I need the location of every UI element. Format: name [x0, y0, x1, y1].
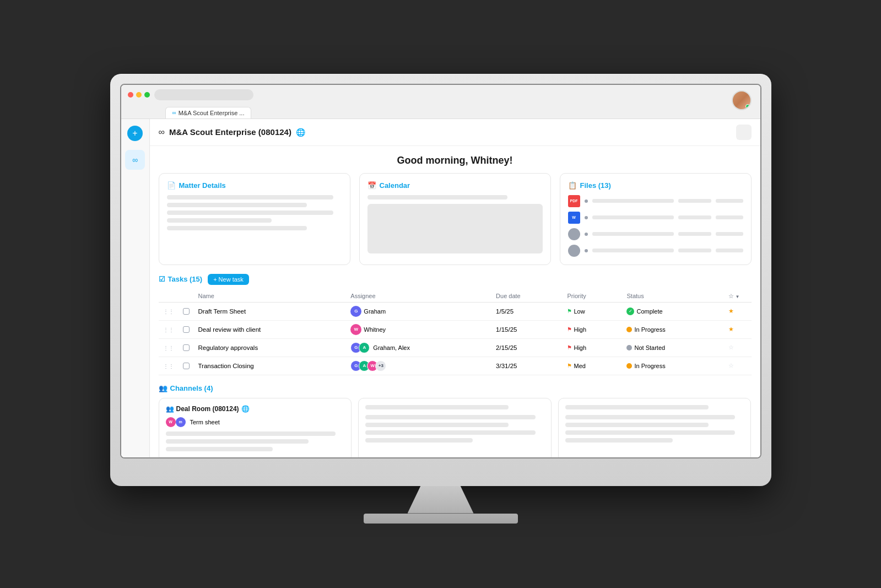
task-checkbox-3[interactable] [183, 344, 190, 351]
task-checkbox-2[interactable] [183, 326, 190, 333]
flag-icon-med: ⚑ [567, 363, 572, 369]
active-tab[interactable]: ∞ M&A Scout Enterprise ... [165, 107, 252, 118]
assignee-name-3: Graham, Alex [373, 344, 410, 351]
minimize-traffic-light[interactable] [136, 92, 142, 98]
due-date-3: 2/15/25 [496, 344, 517, 351]
col-priority: Priority [563, 290, 622, 303]
due-date-cell-1: 1/5/25 [491, 302, 563, 320]
task-name-2: Deal review with client [198, 326, 261, 333]
checkbox-cell-3 [179, 338, 194, 357]
assignee-cell-4: G A W +3 [346, 357, 491, 375]
file-row-2: W [568, 212, 743, 224]
star-cell-2: ★ [724, 320, 752, 338]
priority-cell-1: ⚑ Low [563, 302, 622, 320]
assignee-cell-1: G Graham [346, 302, 491, 320]
status-cell-4: In Progress [622, 357, 723, 375]
drag-handle-icon-2[interactable]: ⋮⋮ [163, 327, 174, 333]
task-name-1: Draft Term Sheet [198, 308, 246, 315]
due-date-2: 1/15/25 [496, 326, 517, 333]
channel-3-skeleton-2 [565, 423, 709, 427]
sidebar-item-infinity[interactable]: ∞ [125, 150, 145, 170]
assignee-avatar-2: W [350, 324, 361, 335]
task-checkbox[interactable] [183, 308, 190, 315]
assignee-name-1: Graham [364, 308, 386, 315]
task-name-3: Regulatory approvals [198, 344, 258, 351]
pdf-icon: PDF [568, 195, 580, 207]
calendar-title: 📅 Calendar [367, 181, 543, 190]
greeting-text: Good morning, Whitney! [150, 146, 760, 173]
avatar [732, 90, 752, 110]
monitor-stand [408, 486, 474, 514]
channel-3-skeleton-1 [565, 415, 735, 419]
file-name-bar-2 [592, 215, 674, 219]
col-star: ☆ ▼ [724, 290, 752, 303]
browser-top-bar [121, 85, 760, 103]
generic-file-icon-1 [568, 228, 580, 240]
topbar-actions [736, 125, 752, 140]
channels-icon: 👥 [159, 384, 167, 392]
star-cell-4: ☆ [724, 357, 752, 375]
priority-med-4: ⚑ Med [567, 363, 618, 369]
star-outline-icon-4[interactable]: ☆ [728, 362, 734, 369]
calendar-icon: 📅 [367, 181, 376, 190]
drag-handle-icon-4[interactable]: ⋮⋮ [163, 363, 174, 369]
star-filled-icon-2[interactable]: ★ [728, 326, 734, 332]
file-row-1: PDF [568, 195, 743, 207]
task-name-cell-3: Regulatory approvals [194, 338, 347, 357]
channel-skeleton-1 [166, 431, 336, 436]
tab-label: M&A Scout Enterprise ... [179, 110, 245, 116]
new-task-button[interactable]: + New task [208, 274, 249, 285]
channels-title: 👥 Channels (4) [159, 384, 752, 392]
channel-skeleton-3 [166, 447, 273, 451]
file-name-bar [592, 199, 674, 203]
sidebar: + ∞ [121, 119, 150, 458]
topbar-action-button-1[interactable] [736, 125, 752, 140]
status-dot-2 [626, 327, 632, 332]
col-drag [159, 290, 179, 303]
star-filled-icon-1[interactable]: ★ [728, 308, 734, 314]
task-checkbox-4[interactable] [183, 363, 190, 369]
browser-address-area [154, 89, 754, 100]
channel-2-skeleton-1 [365, 415, 535, 419]
maximize-traffic-light[interactable] [144, 92, 150, 98]
priority-cell-2: ⚑ High [563, 320, 622, 338]
tasks-table-header: Name Assignee Due date Priority Status ☆… [159, 290, 752, 303]
drag-handle-icon-3[interactable]: ⋮⋮ [163, 345, 174, 351]
priority-low-1: ⚑ Low [567, 308, 618, 315]
tasks-checkbox-icon: ☑ [159, 275, 165, 283]
file-date-bar-4 [716, 249, 743, 252]
main-content: ∞ M&A Scout Enterprise (080124) 🌐 Good m… [150, 119, 760, 458]
online-status-dot [745, 104, 750, 109]
channel-card-3 [558, 398, 752, 458]
priority-label-1: Low [574, 308, 585, 315]
matter-skeleton-4 [167, 218, 272, 223]
file-size-bar [678, 199, 711, 203]
channel-3-skeleton-3 [565, 430, 735, 435]
files-icon: 📋 [568, 181, 577, 190]
file-size-bar-4 [678, 249, 711, 252]
channel-2-skeleton-4 [365, 438, 473, 443]
file-date-bar-2 [716, 215, 743, 219]
assignee-avatar-group-3: G A [350, 342, 370, 353]
file-date-bar [716, 199, 743, 203]
priority-high-3: ⚑ High [567, 344, 618, 351]
matter-skeleton-2 [167, 203, 307, 207]
tasks-table-body: ⋮⋮ Draft Term Sheet [159, 302, 752, 375]
task-name-cell-1: Draft Term Sheet [194, 302, 347, 320]
address-bar[interactable] [154, 89, 253, 100]
drag-handle-cell-2: ⋮⋮ [159, 320, 179, 338]
dashboard-grid: 📄 Matter Details 📅 [150, 173, 760, 274]
sidebar-add-button[interactable]: + [127, 126, 143, 141]
drag-handle-icon[interactable]: ⋮⋮ [163, 309, 174, 315]
screen: ∞ M&A Scout Enterprise ... + ∞ ∞ [120, 84, 761, 458]
flag-icon-high-3: ⚑ [567, 344, 572, 350]
matter-skeleton-1 [167, 195, 333, 199]
channel-member-avatar-2: m [176, 417, 186, 427]
star-outline-icon-3[interactable]: ☆ [728, 344, 734, 350]
priority-cell-4: ⚑ Med [563, 357, 622, 375]
priority-cell-3: ⚑ High [563, 338, 622, 357]
status-inprogress-badge-4: In Progress [626, 363, 719, 369]
col-status: Status [622, 290, 723, 303]
app-topbar: ∞ M&A Scout Enterprise (080124) 🌐 [150, 119, 760, 146]
close-traffic-light[interactable] [128, 92, 133, 98]
